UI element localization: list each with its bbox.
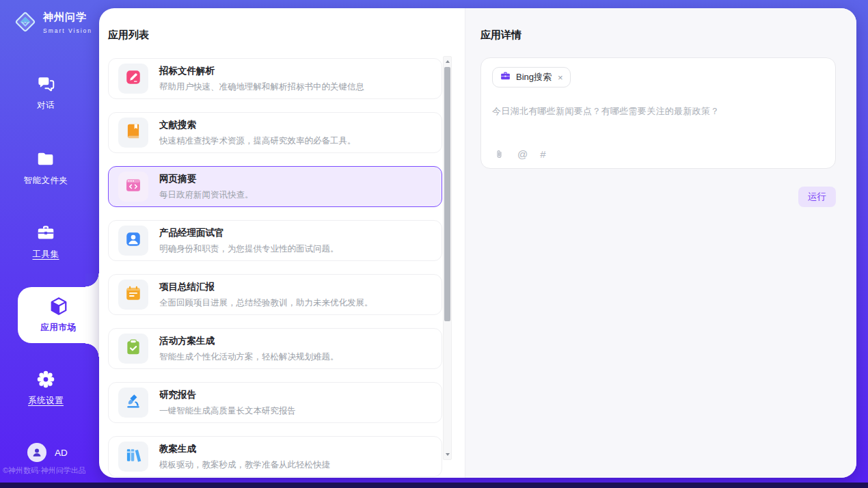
chat-icon <box>36 74 56 94</box>
books-icon <box>124 446 142 467</box>
app-card-title: 教案生成 <box>159 443 330 455</box>
app-icon-tile <box>118 334 148 364</box>
sidebar: 神州问学 Smart Vision 对话 智能文件夹 工具集 应用市场 <box>0 0 99 488</box>
person-icon <box>31 446 43 459</box>
tool-chip-label: Bing搜索 <box>516 71 552 83</box>
calendar-report-icon <box>124 284 142 305</box>
app-card[interactable]: 网页摘要 每日政府新闻资讯快查。 <box>108 166 442 207</box>
research-icon <box>124 392 142 413</box>
tool-chip-bing-search[interactable]: Bing搜索 × <box>492 67 571 87</box>
app-icon-tile <box>118 64 148 94</box>
query-input-area[interactable]: Bing搜索 × 今日湖北有哪些新闻要点？有哪些需要关注的最新政策？ @# <box>480 57 836 169</box>
app-card[interactable]: 招标文件解析 帮助用户快速、准确地理解和解析招标书中的关键信息 <box>108 58 442 99</box>
bottom-frame-strip <box>0 483 868 488</box>
app-card-desc: 明确身份和职责，为您提供专业性的面试问题。 <box>159 243 339 255</box>
sidebar-item-app-market[interactable]: 应用市场 <box>18 287 99 343</box>
app-card[interactable]: 项目总结汇报 全面回顾项目进展，总结经验教训，助力未来优化发展。 <box>108 274 442 315</box>
app-detail-panel: 应用详情 Bing搜索 × 今日湖北有哪些新闻要点？有哪些需要关注的最新政策？ … <box>465 8 856 478</box>
book-icon <box>124 122 142 143</box>
app-card[interactable]: 文献搜索 快速精准查找学术资源，提高研究效率的必备工具。 <box>108 112 442 153</box>
app-card-title: 活动方案生成 <box>159 335 339 347</box>
app-card-desc: 模板驱动，教案秒成，教学准备从此轻松快捷 <box>159 459 330 471</box>
app-card[interactable]: 研究报告 一键智能生成高质量长文本研究报告 <box>108 382 442 423</box>
app-icon-tile <box>118 226 148 256</box>
scrollbar-thumb[interactable] <box>444 67 450 321</box>
app-card[interactable]: 产品经理面试官 明确身份和职责，为您提供专业性的面试问题。 <box>108 220 442 261</box>
brand-subtitle: Smart Vision <box>43 27 92 34</box>
browser-code-icon <box>124 176 142 197</box>
user-name: AD <box>55 448 68 458</box>
sidebar-item-settings[interactable]: 系统设置 <box>0 369 92 407</box>
gear-icon <box>36 369 56 390</box>
input-toolbar: @# <box>493 148 546 160</box>
app-card[interactable]: 教案生成 模板驱动，教案秒成，教学准备从此轻松快捷 <box>108 436 442 477</box>
app-card-title: 文献搜索 <box>159 119 356 131</box>
scroll-down-icon[interactable] <box>444 450 451 459</box>
avatar <box>27 443 46 462</box>
interviewer-icon <box>124 230 142 251</box>
folder-icon <box>36 149 56 170</box>
app-card-title: 招标文件解析 <box>159 65 364 77</box>
at-icon[interactable]: @ <box>517 148 528 160</box>
app-icon-tile <box>118 172 148 202</box>
toolbox-icon <box>36 223 56 243</box>
app-list-panel: 应用列表 招标文件解析 帮助用户快速、准确地理解和解析招标书中的关键信息 文献搜… <box>99 8 465 478</box>
hash-icon[interactable]: # <box>540 148 545 160</box>
app-card-title: 产品经理面试官 <box>159 227 339 239</box>
app-card-title: 项目总结汇报 <box>159 281 373 293</box>
run-button[interactable]: 运行 <box>798 187 836 207</box>
clipboard-check-icon <box>124 338 142 359</box>
user-account[interactable]: AD <box>27 443 68 462</box>
briefcase-icon <box>500 70 511 85</box>
list-scrollbar[interactable] <box>443 56 452 460</box>
app-card-desc: 智能生成个性化活动方案，轻松解决规划难题。 <box>159 351 339 363</box>
app-card-desc: 全面回顾项目进展，总结经验教训，助力未来优化发展。 <box>159 297 373 309</box>
app-icon-tile <box>118 118 148 148</box>
query-text[interactable]: 今日湖北有哪些新闻要点？有哪些需要关注的最新政策？ <box>492 105 824 118</box>
sidebar-item-smart-folder[interactable]: 智能文件夹 <box>0 149 92 187</box>
main-content-card: 应用列表 招标文件解析 帮助用户快速、准确地理解和解析招标书中的关键信息 文献搜… <box>99 8 856 478</box>
scroll-up-icon[interactable] <box>444 57 451 66</box>
app-card-desc: 帮助用户快速、准确地理解和解析招标书中的关键信息 <box>159 81 364 93</box>
app-card-title: 研究报告 <box>159 389 296 401</box>
app-icon-tile <box>118 388 148 418</box>
app-icon-tile <box>118 280 148 310</box>
app-card-desc: 快速精准查找学术资源，提高研究效率的必备工具。 <box>159 135 356 147</box>
app-list-title: 应用列表 <box>108 29 149 42</box>
app-card-title: 网页摘要 <box>159 173 254 185</box>
brand-name: 神州问学 <box>43 11 92 23</box>
sidebar-item-toolset[interactable]: 工具集 <box>0 223 92 260</box>
cube-icon <box>49 296 69 316</box>
app-card-desc: 每日政府新闻资讯快查。 <box>159 189 254 201</box>
paperclip-icon[interactable] <box>493 148 505 160</box>
brand: 神州问学 Smart Vision <box>12 9 92 38</box>
app-card[interactable]: 活动方案生成 智能生成个性化活动方案，轻松解决规划难题。 <box>108 328 442 369</box>
app-icon-tile <box>118 442 148 472</box>
sidebar-item-chat[interactable]: 对话 <box>0 74 92 111</box>
app-card-desc: 一键智能生成高质量长文本研究报告 <box>159 405 296 417</box>
brand-logo-diamond-icon <box>12 9 38 38</box>
app-card-list: 招标文件解析 帮助用户快速、准确地理解和解析招标书中的关键信息 文献搜索 快速精… <box>108 58 442 478</box>
bid-doc-icon <box>124 68 142 89</box>
chip-close-icon[interactable]: × <box>558 72 563 83</box>
page-background: { "colors": { "accent": "#5b2ff2", "side… <box>0 0 868 488</box>
app-detail-title: 应用详情 <box>480 29 836 42</box>
copyright-footer: ©神州数码·神州问学出品 <box>3 465 86 476</box>
